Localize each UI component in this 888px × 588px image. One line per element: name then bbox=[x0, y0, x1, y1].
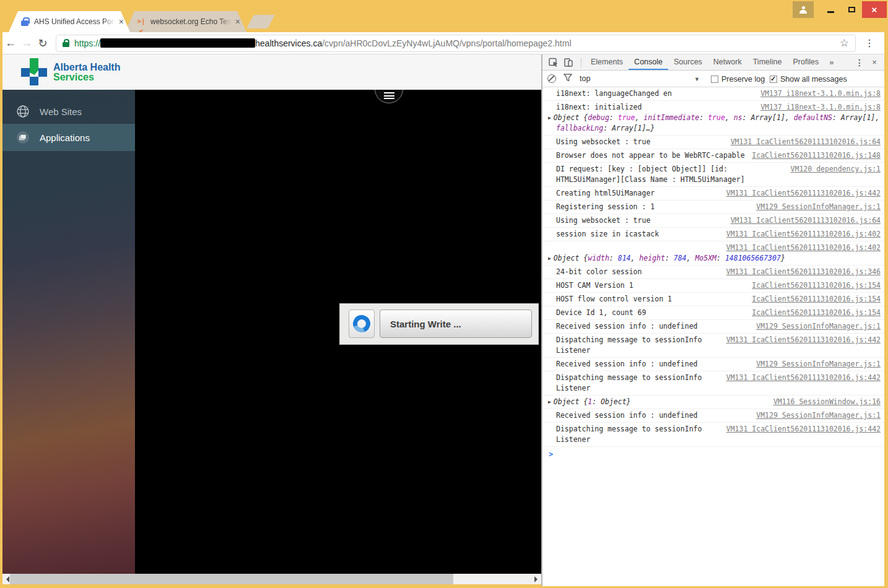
content-area: Alberta Health Services bbox=[2, 54, 884, 586]
console-row: DI request: [key : [object Object]] [id:… bbox=[542, 163, 884, 187]
minimize-button[interactable] bbox=[820, 1, 841, 18]
hamburger-icon bbox=[384, 92, 394, 101]
source-link[interactable]: VM131 IcaClient56201113102016.js:442 bbox=[726, 373, 881, 383]
source-link[interactable]: VM131 IcaClient56201113102016.js:346 bbox=[726, 267, 881, 277]
console-message: Registering session : 1 bbox=[556, 202, 655, 211]
source-link[interactable]: VM131 IcaClient56201113102016.js:442 bbox=[726, 424, 881, 435]
page-body: Web Sites Applications bbox=[2, 90, 541, 576]
object-preview: ▶Object {width: 814, height: 784, Mo5XM:… bbox=[556, 253, 881, 264]
console-message: DI request: [key : [object Object]] [id:… bbox=[556, 165, 745, 184]
console-row: Received session info : undefinedVM129 S… bbox=[542, 358, 884, 371]
source-link[interactable]: VM131 IcaClient56201113102016.js:402 bbox=[726, 243, 881, 253]
console-row: Registering session : 1VM129 SessionInfo… bbox=[542, 201, 884, 214]
close-button[interactable]: × bbox=[862, 1, 887, 18]
console-prompt[interactable]: > bbox=[542, 447, 884, 459]
tab-timeline[interactable]: Timeline bbox=[747, 54, 788, 70]
tab-profiles[interactable]: Profiles bbox=[787, 54, 824, 70]
tab-close-icon[interactable]: × bbox=[119, 17, 124, 26]
devtools-close-icon[interactable]: × bbox=[867, 58, 882, 67]
session-menu-handle[interactable] bbox=[375, 90, 403, 103]
console-row: i18next: initializedVM137 i18next-3.1.0.… bbox=[542, 101, 884, 136]
citrix-spinner-box bbox=[349, 309, 375, 338]
browser-window: AHS Unified Access Porta × >|< websocket… bbox=[0, 0, 888, 588]
tab-ahs-portal[interactable]: AHS Unified Access Porta × bbox=[9, 11, 130, 32]
navigation-bar: ← → ↻ https://healthservices.ca/cvpn/aHR… bbox=[2, 32, 884, 54]
device-toolbar-icon[interactable] bbox=[562, 57, 575, 68]
source-link[interactable]: VM137 i18next-3.1.0.min.js:8 bbox=[760, 102, 881, 113]
address-bar[interactable]: https://healthservices.ca/cvpn/aHR0cDovL… bbox=[56, 35, 856, 52]
source-link[interactable]: IcaClient56201113102016.js:154 bbox=[752, 308, 881, 318]
checkbox-icon bbox=[770, 76, 777, 83]
console-message: Dispatching message to sessionInfo Liste… bbox=[556, 335, 706, 355]
console-message: HOST CAM Version 1 bbox=[556, 281, 633, 290]
tab-sources[interactable]: Sources bbox=[668, 54, 708, 70]
console-message: i18next: initialized bbox=[556, 103, 642, 111]
console-row: i18next: languageChanged enVM137 i18next… bbox=[542, 87, 884, 101]
tab-websocket-echo[interactable]: >|< websocket.org Echo Test × bbox=[125, 11, 246, 32]
back-button[interactable]: ← bbox=[2, 37, 19, 50]
forward-button[interactable]: → bbox=[19, 37, 35, 50]
source-link[interactable]: VM129 SessionInfoManager.js:1 bbox=[756, 410, 881, 421]
loading-message: Starting Write ... bbox=[390, 319, 461, 329]
source-link[interactable]: IcaClient56201113102016.js:148 bbox=[752, 150, 881, 161]
source-link[interactable]: VM131 IcaClient56201113102016.js:64 bbox=[731, 215, 881, 226]
console-message: Received session info : undefined bbox=[556, 322, 697, 331]
inspect-element-icon[interactable] bbox=[547, 57, 560, 68]
source-link[interactable]: VM129 SessionInfoManager.js:1 bbox=[756, 202, 881, 212]
source-link[interactable]: IcaClient56201113102016.js:154 bbox=[752, 280, 881, 291]
source-link[interactable]: VM129 SessionInfoManager.js:1 bbox=[756, 321, 881, 332]
tab-title: websocket.org Echo Test bbox=[150, 17, 232, 26]
websocket-favicon-icon: >|< bbox=[136, 17, 146, 27]
source-link[interactable]: VM131 IcaClient56201113102016.js:64 bbox=[731, 137, 881, 147]
horizontal-scrollbar[interactable] bbox=[2, 574, 541, 584]
scrollbar-thumb[interactable] bbox=[10, 574, 453, 584]
url-text: https://healthservices.ca/cvpn/aHR0cDovL… bbox=[74, 38, 836, 48]
console-row: HOST CAM Version 1IcaClient5620111310201… bbox=[542, 279, 884, 293]
source-link[interactable]: VM131 IcaClient56201113102016.js:442 bbox=[726, 188, 881, 199]
console-row: Received session info : undefinedVM129 S… bbox=[542, 409, 884, 423]
session-canvas[interactable]: Starting Write ... bbox=[135, 90, 541, 576]
url-redaction bbox=[100, 38, 255, 48]
source-link[interactable]: IcaClient56201113102016.js:154 bbox=[752, 294, 881, 305]
reload-button[interactable]: ↻ bbox=[35, 37, 51, 50]
expand-icon[interactable]: ▶ bbox=[548, 397, 551, 407]
maximize-button[interactable] bbox=[841, 1, 862, 18]
profile-button[interactable] bbox=[793, 1, 814, 18]
source-link[interactable]: VM120 dependency.js:1 bbox=[791, 164, 881, 175]
source-link[interactable]: VM116 SessionWindow.js:16 bbox=[773, 397, 881, 407]
sidebar-item-label: Applications bbox=[40, 132, 90, 143]
source-link[interactable]: VM137 i18next-3.1.0.min.js:8 bbox=[760, 89, 881, 99]
source-link[interactable]: VM129 SessionInfoManager.js:1 bbox=[756, 359, 881, 370]
new-tab-button[interactable] bbox=[246, 15, 275, 28]
devtools-menu-icon[interactable]: ⋮ bbox=[852, 58, 867, 67]
execution-context-select[interactable]: top bbox=[580, 74, 590, 83]
console-row: Using websocket : trueVM131 IcaClient562… bbox=[542, 214, 884, 228]
scroll-right-arrow[interactable] bbox=[531, 574, 541, 584]
tab-network[interactable]: Network bbox=[708, 54, 747, 70]
console-messages: i18next: languageChanged enVM137 i18next… bbox=[542, 87, 884, 586]
browser-menu-icon[interactable]: ⋮ bbox=[862, 37, 877, 49]
clear-console-icon[interactable] bbox=[547, 74, 556, 83]
tab-console[interactable]: Console bbox=[629, 54, 668, 70]
show-all-messages-checkbox[interactable]: Show all messages bbox=[770, 71, 847, 87]
console-message: Creating html5UiManager bbox=[556, 189, 655, 197]
source-link[interactable]: VM131 IcaClient56201113102016.js:402 bbox=[726, 229, 881, 240]
filter-icon[interactable] bbox=[564, 74, 572, 84]
tab-close-icon[interactable]: × bbox=[235, 17, 240, 26]
sidebar-item-applications[interactable]: Applications bbox=[2, 124, 135, 151]
console-filter-bar: top ▼ Preserve log Show all messages bbox=[542, 71, 884, 87]
console-message: Browser does not appear to be WebRTC-cap… bbox=[556, 151, 745, 160]
console-message: 24-bit color session bbox=[556, 267, 642, 276]
expand-icon[interactable]: ▶ bbox=[548, 253, 551, 264]
object-preview: ▶Object {1: Object} bbox=[556, 397, 767, 407]
source-link[interactable]: VM131 IcaClient56201113102016.js:442 bbox=[726, 335, 881, 345]
sidebar-item-web-sites[interactable]: Web Sites bbox=[2, 99, 135, 124]
console-message: HOST flow control version 1 bbox=[556, 295, 672, 303]
loading-dialog: Starting Write ... bbox=[339, 303, 539, 345]
chevron-down-icon: ▼ bbox=[694, 76, 700, 82]
more-tabs-icon[interactable]: » bbox=[824, 58, 838, 67]
expand-icon[interactable]: ▶ bbox=[548, 113, 551, 123]
bookmark-star-icon[interactable]: ☆ bbox=[840, 37, 849, 50]
preserve-log-checkbox[interactable]: Preserve log bbox=[711, 71, 765, 87]
tab-elements[interactable]: Elements bbox=[585, 54, 629, 70]
